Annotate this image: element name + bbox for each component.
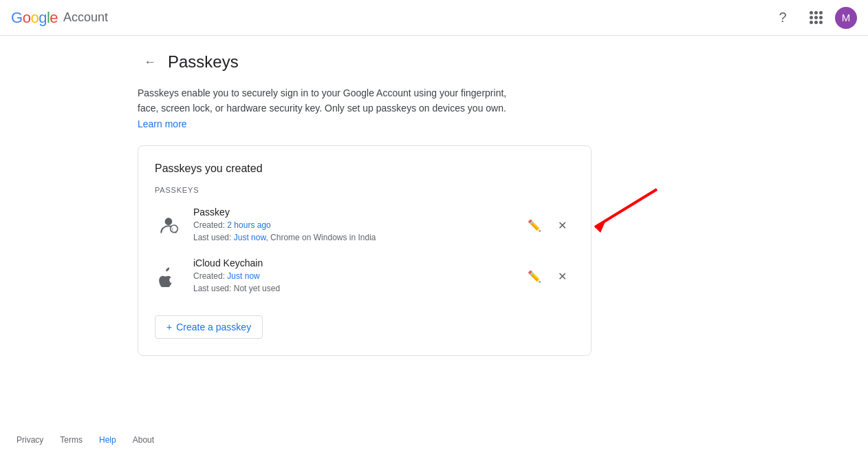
passkey-1-lastused: Last used: Just now, Chrome on Windows i… <box>193 231 522 244</box>
learn-more-link[interactable]: Learn more <box>138 118 187 129</box>
passkey-1-name: Passkey <box>193 207 522 218</box>
help-button[interactable]: ? <box>769 4 796 32</box>
passkey-1-actions: ✏️ ✕ <box>522 213 574 238</box>
svg-marker-4 <box>595 222 605 233</box>
logo-g: G <box>11 9 23 27</box>
apps-button[interactable] <box>802 4 829 32</box>
close-icon-1: ✕ <box>558 219 567 232</box>
about-link[interactable]: About <box>133 435 154 445</box>
google-logo: Google <box>11 9 58 27</box>
passkey-1-wrapper: ! Passkey Created: 2 hours ago Last used… <box>155 200 574 251</box>
passkey-item-1: ! Passkey Created: 2 hours ago Last used… <box>155 200 574 251</box>
terms-link[interactable]: Terms <box>60 435 83 445</box>
grid-icon <box>810 11 823 24</box>
logo-e: e <box>50 9 58 27</box>
header-account-title: Account <box>63 10 108 25</box>
passkey-2-info: iCloud Keychain Created: Just now Last u… <box>193 257 522 295</box>
lastused-label-2: Last used: <box>193 284 234 293</box>
create-btn-label: Create a passkey <box>176 322 251 333</box>
footer: Privacy Terms Help About <box>0 427 868 453</box>
passkey-2-edit-button[interactable]: ✏️ <box>522 264 547 288</box>
passkey-2-actions: ✏️ ✕ <box>522 264 574 288</box>
page-title: Passkeys <box>168 52 239 72</box>
back-button[interactable]: ← <box>138 50 162 74</box>
help-link[interactable]: Help <box>99 435 116 445</box>
lastused-value-2: Not yet used <box>234 284 280 293</box>
passkeys-card: Passkeys you created PASSKEYS ! Passkey <box>138 145 592 356</box>
header-left: Google Account <box>11 9 108 27</box>
created-value-1: 2 hours ago <box>227 220 270 230</box>
lastused-suffix-1: , Chrome on Windows in India <box>265 233 376 242</box>
logo-o1: o <box>23 9 31 27</box>
card-title: Passkeys you created <box>155 162 574 175</box>
passkey-1-delete-button[interactable]: ✕ <box>550 213 574 238</box>
passkey-1-created: Created: 2 hours ago <box>193 219 522 231</box>
created-label-2: Created: <box>193 271 227 281</box>
close-icon-2: ✕ <box>558 270 567 283</box>
created-value-2: Just now <box>227 271 259 281</box>
passkey-1-edit-button[interactable]: ✏️ <box>522 213 547 238</box>
page-header: ← Passkeys <box>0 36 868 85</box>
description-text: Passkeys enable you to securely sign in … <box>138 87 506 114</box>
red-arrow-annotation <box>574 186 664 248</box>
description-block: Passkeys enable you to securely sign in … <box>0 85 516 145</box>
card-wrapper: Passkeys you created PASSKEYS ! Passkey <box>0 145 868 356</box>
edit-icon-1: ✏️ <box>528 219 541 232</box>
passkey-2-lastused: Last used: Not yet used <box>193 282 522 295</box>
question-mark-icon: ? <box>779 10 786 25</box>
lastused-value-1: Just now <box>234 233 266 242</box>
back-arrow-icon: ← <box>144 55 156 70</box>
main-content: ← Passkeys Passkeys enable you to secure… <box>0 36 868 427</box>
header: Google Account ? M <box>0 0 868 36</box>
passkey-apple-icon <box>155 262 182 290</box>
passkey-1-info: Passkey Created: 2 hours ago Last used: … <box>193 207 522 244</box>
logo-o2: o <box>30 9 39 27</box>
create-passkey-button[interactable]: + Create a passkey <box>155 315 263 339</box>
svg-line-3 <box>595 189 657 227</box>
plus-icon: + <box>166 322 172 333</box>
passkey-2-name: iCloud Keychain <box>193 257 522 268</box>
privacy-link[interactable]: Privacy <box>17 435 43 445</box>
svg-point-0 <box>165 218 173 226</box>
avatar[interactable]: M <box>835 7 857 29</box>
passkey-2-delete-button[interactable]: ✕ <box>550 264 574 288</box>
created-label-1: Created: <box>193 220 227 230</box>
edit-icon-2: ✏️ <box>528 270 541 283</box>
svg-text:!: ! <box>172 227 173 233</box>
header-right: ? M <box>769 4 857 32</box>
passkey-person-icon: ! <box>155 211 182 239</box>
logo-g2: g <box>39 9 47 27</box>
section-label: PASSKEYS <box>155 186 574 194</box>
lastused-label-1: Last used: <box>193 233 234 242</box>
passkey-item-2: iCloud Keychain Created: Just now Last u… <box>155 251 574 302</box>
passkey-2-created: Created: Just now <box>193 270 522 282</box>
